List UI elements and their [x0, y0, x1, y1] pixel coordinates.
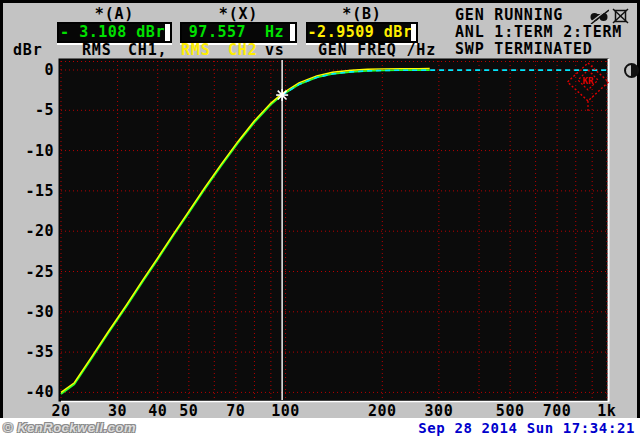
kr-diamond-letters: KR	[583, 76, 594, 86]
datetime-stamp: Sep 28 2014 Sun 17:34:21	[418, 420, 635, 436]
plot-svg: KR	[0, 0, 640, 436]
kenrockwell-watermark: © KenRockwell.com	[3, 420, 136, 435]
audio-analyzer-screen: *(A) *(X) *(B) - 3.108 dBr 97.557 Hz -2.…	[0, 0, 640, 436]
